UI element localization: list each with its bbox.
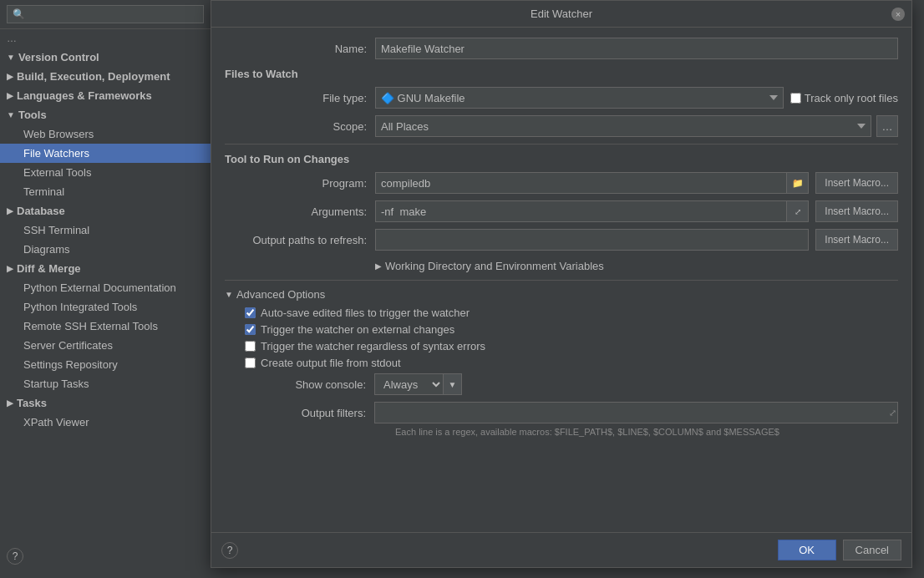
track-only-root-files-checkbox[interactable]	[790, 93, 801, 104]
sidebar-item-diagrams[interactable]: Diagrams	[0, 240, 211, 259]
trigger-external-checkbox[interactable]	[245, 324, 256, 335]
console-dropdown-arrow-icon[interactable]: ▼	[444, 373, 462, 395]
sidebar-item-database[interactable]: ▶ Database	[0, 201, 211, 221]
dialog-footer: ? OK Cancel	[211, 532, 911, 567]
sidebar-item-label: Diagrams	[23, 243, 70, 256]
sidebar-item-label: Database	[17, 205, 65, 217]
footer-left: ?	[221, 542, 238, 559]
sidebar-item-label: File Watchers	[23, 147, 89, 160]
dialog-overlay: Edit Watcher × Name: Files to Watch File…	[211, 0, 924, 578]
sidebar-item-label: Remote SSH External Tools	[23, 320, 158, 332]
name-label: Name:	[225, 43, 375, 55]
dialog-title: Edit Watcher	[531, 8, 592, 20]
arguments-insert-macro-button[interactable]: Insert Macro...	[815, 200, 898, 222]
trigger-syntax-errors-checkbox[interactable]	[245, 341, 256, 352]
create-output-stdout-label: Create output file from stdout	[261, 357, 401, 369]
scope-dropdown[interactable]: All Places Project Files Open Files	[375, 115, 871, 137]
track-only-root-files-label[interactable]: Track only root files	[790, 92, 898, 104]
advanced-options-section: ▼ Advanced Options Auto-save edited file…	[225, 286, 898, 440]
arguments-input[interactable]	[375, 200, 787, 222]
working-dir-header[interactable]: ▶ Working Directory and Environment Vari…	[225, 257, 898, 275]
sidebar-item-terminal[interactable]: Terminal	[0, 182, 211, 201]
output-filters-input-wrap: ⤢	[374, 402, 898, 423]
sidebar-footer: ?	[0, 541, 211, 571]
sidebar-item-server-certificates[interactable]: Server Certificates	[0, 336, 211, 355]
sidebar-item-remote-ssh-external-tools[interactable]: Remote SSH External Tools	[0, 317, 211, 336]
expand-arrow-icon: ▶	[7, 264, 13, 273]
sidebar-item-label: External Tools	[23, 166, 91, 179]
sidebar-item-languages-frameworks[interactable]: ▶ Languages & Frameworks	[0, 86, 211, 105]
show-console-label: Show console:	[245, 378, 374, 391]
files-to-watch-section-title: Files to Watch	[225, 68, 898, 80]
sidebar-item-python-integrated-tools[interactable]: Python Integrated Tools	[0, 297, 211, 317]
sidebar-help-icon[interactable]: ?	[7, 548, 23, 565]
advanced-options-arrow-icon: ▼	[225, 290, 233, 299]
sidebar-item-label: Startup Tasks	[23, 378, 89, 390]
sidebar-item-label: Build, Execution, Deployment	[17, 70, 170, 83]
dialog-close-button[interactable]: ×	[891, 8, 905, 21]
sidebar-item-label: Terminal	[23, 185, 64, 198]
sidebar-item-diff-merge[interactable]: ▶ Diff & Merge	[0, 259, 211, 278]
advanced-options-header[interactable]: ▼ Advanced Options	[225, 286, 898, 303]
working-dir-arrow-icon: ▶	[375, 261, 382, 271]
sidebar-item-file-watchers[interactable]: File Watchers	[0, 144, 211, 163]
dialog-help-button[interactable]: ?	[221, 542, 238, 559]
program-insert-macro-button[interactable]: Insert Macro...	[815, 172, 898, 194]
advanced-options-body: Auto-save edited files to trigger the wa…	[225, 303, 898, 440]
sidebar-item-settings-repository[interactable]: Settings Repository	[0, 355, 211, 374]
sidebar-item-external-tools[interactable]: External Tools	[0, 163, 211, 182]
scope-row: Scope: All Places Project Files Open Fil…	[225, 115, 898, 137]
sidebar-item-build-execution-deployment[interactable]: ▶ Build, Execution, Deployment	[0, 67, 211, 86]
sidebar-item-version-control[interactable]: ▼ Version Control	[0, 48, 211, 67]
file-type-row: File type: 🔷 GNU Makefile Track only roo…	[225, 87, 898, 109]
output-paths-label: Output paths to refresh:	[225, 234, 375, 246]
expand-arrow-icon: ▶	[7, 91, 13, 100]
sidebar-search-input[interactable]	[7, 5, 204, 23]
dialog-body: Name: Files to Watch File type: 🔷 GNU Ma…	[211, 28, 911, 532]
expand-arrow-icon: ▼	[7, 110, 15, 119]
name-input[interactable]	[375, 38, 898, 59]
sidebar: … ▼ Version Control ▶ Build, Execution, …	[0, 0, 211, 578]
output-filters-label: Output filters:	[245, 407, 374, 419]
checkbox-row-3: Trigger the watcher regardless of syntax…	[245, 340, 898, 352]
console-dropdown-wrap: Always Never On error ▼	[374, 373, 462, 395]
arguments-expand-button[interactable]: ⤢	[787, 200, 809, 222]
expand-icon: ⤢	[795, 207, 801, 216]
footer-right: OK Cancel	[778, 540, 901, 560]
sidebar-item-ssh-terminal[interactable]: SSH Terminal	[0, 221, 211, 240]
show-console-row: Show console: Always Never On error ▼	[245, 373, 898, 395]
file-type-label: File type:	[225, 92, 375, 104]
folder-icon: 📁	[792, 178, 804, 189]
sidebar-item-web-browsers[interactable]: Web Browsers	[0, 124, 211, 144]
sidebar-item-python-external-docs[interactable]: Python External Documentation	[0, 278, 211, 297]
sidebar-item-tools[interactable]: ▼ Tools	[0, 105, 211, 124]
arguments-row: Arguments: ⤢ Insert Macro...	[225, 200, 898, 222]
sidebar-item-tasks[interactable]: ▶ Tasks	[0, 393, 211, 413]
scope-ellipsis-button[interactable]: …	[876, 115, 898, 137]
checkbox-row-2: Trigger the watcher on external changes	[245, 323, 898, 336]
sidebar-search-container	[0, 0, 211, 29]
create-output-stdout-checkbox[interactable]	[245, 357, 256, 368]
trigger-external-label: Trigger the watcher on external changes	[261, 323, 454, 336]
file-type-select[interactable]: 🔷 GNU Makefile	[375, 87, 784, 109]
auto-save-label: Auto-save edited files to trigger the wa…	[261, 307, 470, 319]
track-only-root-files-text: Track only root files	[805, 92, 898, 104]
checkbox-row-1: Auto-save edited files to trigger the wa…	[245, 307, 898, 319]
expand-arrow-icon: ▶	[7, 206, 13, 215]
sidebar-item-startup-tasks[interactable]: Startup Tasks	[0, 374, 211, 393]
output-filters-row: Output filters: ⤢	[245, 402, 898, 423]
cancel-button[interactable]: Cancel	[843, 540, 901, 560]
output-paths-insert-macro-button[interactable]: Insert Macro...	[815, 229, 898, 251]
output-paths-input[interactable]	[375, 229, 809, 251]
ok-button[interactable]: OK	[778, 540, 836, 560]
program-browse-button[interactable]: 📁	[787, 172, 809, 194]
sidebar-item-xpath-viewer[interactable]: XPath Viewer	[0, 413, 211, 432]
output-filters-input[interactable]	[374, 402, 898, 423]
output-filters-expand-icon[interactable]: ⤢	[889, 408, 896, 418]
program-input-wrap: 📁	[375, 172, 809, 194]
show-console-select[interactable]: Always Never On error	[374, 373, 444, 395]
program-input[interactable]	[375, 172, 787, 194]
auto-save-checkbox[interactable]	[245, 307, 256, 318]
program-row: Program: 📁 Insert Macro...	[225, 172, 898, 194]
checkbox-row-4: Create output file from stdout	[245, 357, 898, 369]
